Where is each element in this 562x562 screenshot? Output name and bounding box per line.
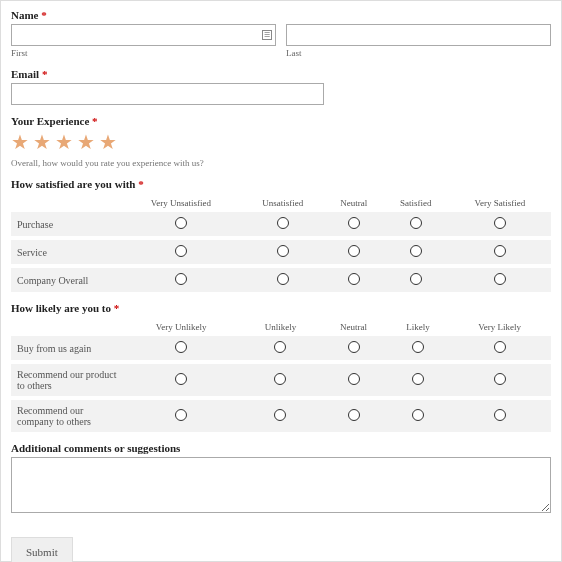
radio-option[interactable] (348, 273, 360, 285)
radio-option[interactable] (348, 409, 360, 421)
radio-option[interactable] (412, 341, 424, 353)
radio-option[interactable] (494, 409, 506, 421)
radio-option[interactable] (412, 409, 424, 421)
radio-option[interactable] (175, 373, 187, 385)
satisfaction-label: How satisfied are you with * (11, 178, 551, 190)
likelihood-matrix: Very Unlikely Unlikely Neutral Likely Ve… (11, 318, 551, 432)
radio-option[interactable] (277, 217, 289, 229)
email-label-text: Email (11, 68, 39, 80)
satisfaction-matrix: Very Unsatisfied Unsatisfied Neutral Sat… (11, 194, 551, 292)
matrix-row: Purchase (11, 212, 551, 238)
radio-option[interactable] (175, 409, 187, 421)
radio-option[interactable] (494, 217, 506, 229)
last-sublabel: Last (286, 48, 551, 58)
first-name-col: ☰ First (11, 24, 276, 58)
matrix-corner (11, 318, 121, 336)
likelihood-label: How likely are you to * (11, 302, 551, 314)
form-container: Name * ☰ First Last Email * Your Ex (0, 0, 562, 562)
star-icon[interactable]: ★ (77, 130, 95, 154)
comments-label: Additional comments or suggestions (11, 442, 551, 454)
experience-label: Your Experience * (11, 115, 551, 127)
radio-option[interactable] (277, 273, 289, 285)
radio-option[interactable] (348, 245, 360, 257)
radio-option[interactable] (274, 373, 286, 385)
matrix-corner (11, 194, 121, 212)
radio-option[interactable] (175, 245, 187, 257)
required-mark: * (42, 68, 48, 80)
col-header: Satisfied (383, 194, 449, 212)
matrix-row: Buy from us again (11, 336, 551, 362)
col-header: Very Likely (448, 318, 551, 336)
star-icon[interactable]: ★ (99, 130, 117, 154)
comments-field: Additional comments or suggestions (11, 442, 551, 515)
radio-option[interactable] (175, 217, 187, 229)
likelihood-label-text: How likely are you to (11, 302, 111, 314)
radio-option[interactable] (175, 273, 187, 285)
col-header: Neutral (325, 194, 383, 212)
matrix-row: Service (11, 238, 551, 266)
row-label: Company Overall (11, 266, 121, 292)
email-label: Email * (11, 68, 551, 80)
name-field: Name * ☰ First Last (11, 9, 551, 58)
first-name-wrap: ☰ (11, 24, 276, 46)
required-mark: * (41, 9, 47, 21)
radio-option[interactable] (348, 341, 360, 353)
comments-textarea[interactable] (11, 457, 551, 513)
row-label: Buy from us again (11, 336, 121, 362)
row-label: Recommend our company to others (11, 398, 121, 432)
last-name-input[interactable] (286, 24, 551, 46)
radio-option[interactable] (348, 373, 360, 385)
radio-option[interactable] (410, 273, 422, 285)
radio-option[interactable] (348, 217, 360, 229)
col-header: Unsatisfied (241, 194, 325, 212)
star-icon[interactable]: ★ (55, 130, 73, 154)
col-header: Very Unlikely (121, 318, 241, 336)
required-mark: * (114, 302, 120, 314)
name-label-text: Name (11, 9, 39, 21)
col-header: Very Satisfied (449, 194, 551, 212)
radio-option[interactable] (175, 341, 187, 353)
email-input[interactable] (11, 83, 324, 105)
first-name-input[interactable] (11, 24, 276, 46)
experience-field: Your Experience * ★ ★ ★ ★ ★ Overall, how… (11, 115, 551, 168)
experience-helper: Overall, how would you rate you experien… (11, 158, 551, 168)
required-mark: * (92, 115, 98, 127)
radio-option[interactable] (277, 245, 289, 257)
satisfaction-label-text: How satisfied are you with (11, 178, 135, 190)
star-icon[interactable]: ★ (33, 130, 51, 154)
star-icon[interactable]: ★ (11, 130, 29, 154)
row-label: Purchase (11, 212, 121, 238)
radio-option[interactable] (494, 341, 506, 353)
first-sublabel: First (11, 48, 276, 58)
row-label: Service (11, 238, 121, 266)
name-label: Name * (11, 9, 551, 21)
matrix-row: Company Overall (11, 266, 551, 292)
col-header: Likely (388, 318, 448, 336)
radio-option[interactable] (494, 245, 506, 257)
radio-option[interactable] (494, 373, 506, 385)
contact-card-icon: ☰ (262, 30, 272, 40)
radio-option[interactable] (494, 273, 506, 285)
required-mark: * (138, 178, 144, 190)
radio-option[interactable] (410, 245, 422, 257)
col-header: Very Unsatisfied (121, 194, 241, 212)
name-row: ☰ First Last (11, 24, 551, 58)
experience-label-text: Your Experience (11, 115, 89, 127)
last-name-col: Last (286, 24, 551, 58)
col-header: Unlikely (241, 318, 319, 336)
radio-option[interactable] (410, 217, 422, 229)
star-rating: ★ ★ ★ ★ ★ (11, 130, 551, 154)
matrix-row: Recommend our product to others (11, 362, 551, 398)
row-label: Recommend our product to others (11, 362, 121, 398)
satisfaction-field: How satisfied are you with * Very Unsati… (11, 178, 551, 292)
radio-option[interactable] (274, 341, 286, 353)
col-header: Neutral (320, 318, 388, 336)
radio-option[interactable] (412, 373, 424, 385)
matrix-row: Recommend our company to others (11, 398, 551, 432)
email-field: Email * (11, 68, 551, 105)
likelihood-field: How likely are you to * Very Unlikely Un… (11, 302, 551, 432)
submit-button[interactable]: Submit (11, 537, 73, 562)
radio-option[interactable] (274, 409, 286, 421)
